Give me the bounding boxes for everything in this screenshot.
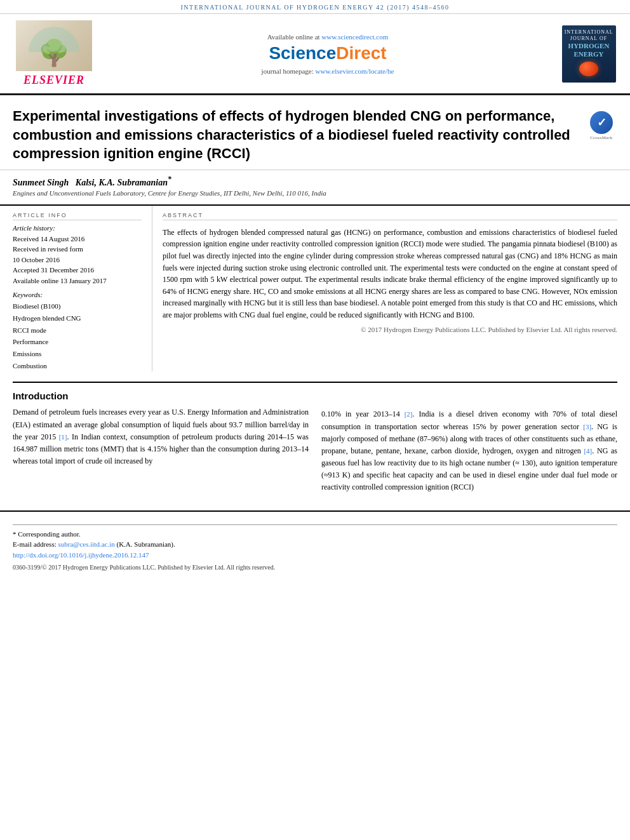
abstract-paragraph: The effects of hydrogen blended compress…: [163, 227, 617, 321]
article-title: Experimental investigations of effects o…: [13, 107, 579, 163]
article-title-section: Experimental investigations of effects o…: [0, 95, 630, 170]
email-note: E-mail address: subra@ces.iitd.ac.in (K.…: [13, 539, 617, 550]
section-divider: [13, 382, 617, 383]
homepage-url[interactable]: www.elsevier.com/locate/he: [316, 67, 394, 75]
intro-left-col: Introduction Demand of petroleum fuels i…: [13, 390, 309, 497]
authors-section: Sunmeet Singh Kalsi, K.A. Subramanian* E…: [0, 170, 630, 199]
intro-heading: Introduction: [13, 390, 309, 401]
crossmark-badge[interactable]: ✓ CrossMark: [586, 110, 617, 142]
intro-para-right: 0.10% in year 2013–14 [2]. India is a di…: [321, 408, 617, 493]
page-footer: * Corresponding author. E-mail address: …: [0, 510, 630, 578]
elsevier-image: [16, 20, 92, 71]
doi-link[interactable]: http://dx.doi.org/10.1016/j.ijhydene.201…: [13, 551, 149, 559]
elsevier-logo: ELSEVIER: [13, 20, 95, 87]
authors-line: Sunmeet Singh Kalsi, K.A. Subramanian*: [13, 175, 617, 188]
crossmark-label: CrossMark: [590, 135, 613, 140]
keyword-2: Hydrogen blended CNG: [13, 312, 142, 324]
history-received2-date: 10 October 2016: [13, 255, 142, 265]
intro-para-left: Demand of petroleum fuels increases ever…: [13, 406, 309, 467]
corresponding-note: * Corresponding author.: [13, 529, 617, 540]
journal-header-bar: International Journal of Hydrogen Energy…: [0, 0, 630, 14]
available-online: Available online at www.sciencedirect.co…: [95, 33, 560, 41]
affiliation: Engines and Unconventional Fuels Laborat…: [13, 189, 617, 197]
abstract-text: The effects of hydrogen blended compress…: [163, 227, 617, 336]
introduction-section: Introduction Demand of petroleum fuels i…: [0, 390, 630, 497]
ref-1[interactable]: [1]: [59, 433, 67, 441]
keyword-4: Performance: [13, 336, 142, 348]
ref-2[interactable]: [2]: [405, 410, 413, 418]
ref-4[interactable]: [4]: [584, 447, 592, 455]
intro-text-left: Demand of petroleum fuels increases ever…: [13, 406, 309, 467]
intro-right-col: 0.10% in year 2013–14 [2]. India is a di…: [321, 390, 617, 497]
doi-link-container: http://dx.doi.org/10.1016/j.ijhydene.201…: [13, 550, 617, 561]
article-info-header: Article Info: [13, 212, 142, 220]
keywords-label: Keywords:: [13, 291, 142, 298]
hydrogen-logo-box: International Journal of HYDROGENENERGY: [562, 25, 616, 83]
journal-center: Available online at www.sciencedirect.co…: [95, 33, 560, 75]
journal-homepage: journal homepage: www.elsevier.com/locat…: [95, 67, 560, 75]
footer-copyright: 0360-3199/© 2017 Hydrogen Energy Publica…: [13, 564, 617, 571]
sciencedirect-url[interactable]: www.sciencedirect.com: [321, 33, 388, 41]
article-info-abstract: Article Info Article history: Received 1…: [0, 204, 630, 372]
keyword-3: RCCI mode: [13, 324, 142, 337]
history-label: Article history:: [13, 224, 142, 232]
keywords-list: Biodiesel (B100) Hydrogen blended CNG RC…: [13, 300, 142, 371]
article-history: Article history: Received 14 August 2016…: [13, 224, 142, 286]
email-link[interactable]: subra@ces.iitd.ac.in: [58, 540, 114, 548]
journal-title-bar: International Journal of Hydrogen Energy…: [180, 4, 449, 11]
hydrogen-energy-logo: International Journal of HYDROGENENERGY: [560, 25, 617, 83]
hydrogen-orb: [579, 62, 598, 76]
article-info-column: Article Info Article history: Received 1…: [13, 206, 152, 372]
history-received2: Received in revised form: [13, 244, 142, 255]
journal-header: ELSEVIER Available online at www.science…: [0, 14, 630, 95]
history-available: Available online 13 January 2017: [13, 276, 142, 286]
footnote-area: * Corresponding author. E-mail address: …: [13, 524, 617, 561]
crossmark-icon: ✓: [590, 111, 613, 134]
keywords-section: Keywords: Biodiesel (B100) Hydrogen blen…: [13, 291, 142, 371]
abstract-header: Abstract: [163, 212, 617, 220]
history-accepted: Accepted 31 December 2016: [13, 265, 142, 276]
abstract-column: Abstract The effects of hydrogen blended…: [152, 206, 617, 372]
sciencedirect-logo: ScienceDirect: [95, 43, 560, 63]
keyword-5: Emissions: [13, 348, 142, 360]
ref-3[interactable]: [3]: [583, 423, 591, 430]
keyword-6: Combustion: [13, 360, 142, 372]
elsevier-label: ELSEVIER: [23, 74, 84, 87]
keyword-1: Biodiesel (B100): [13, 300, 142, 312]
abstract-copyright: © 2017 Hydrogen Energy Publications LLC.…: [163, 324, 617, 335]
hydrogen-logo-title: HYDROGENENERGY: [568, 42, 610, 58]
author-names: Sunmeet Singh Kalsi, K.A. Subramanian*: [13, 178, 171, 187]
intro-text-right: 0.10% in year 2013–14 [2]. India is a di…: [321, 408, 617, 493]
history-received1: Received 14 August 2016: [13, 234, 142, 244]
hydrogen-logo-text1: International Journal of: [565, 29, 613, 43]
article-title-text: Experimental investigations of effects o…: [13, 107, 579, 163]
